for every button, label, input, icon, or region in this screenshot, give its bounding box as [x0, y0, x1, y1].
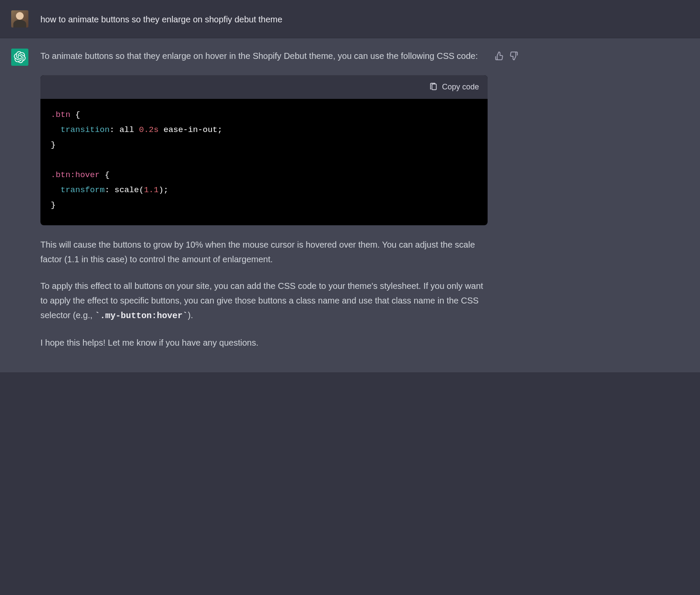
- clipboard-icon: [429, 83, 438, 91]
- openai-logo-icon: [14, 51, 26, 63]
- assistant-paragraph-3: I hope this helps! Let me know if you ha…: [40, 335, 488, 350]
- user-message-content: how to animate buttons so they enlarge o…: [40, 10, 488, 28]
- copy-code-label: Copy code: [442, 80, 479, 94]
- thumbs-up-icon[interactable]: [494, 51, 504, 61]
- svg-rect-0: [432, 84, 436, 90]
- copy-code-button[interactable]: Copy code: [429, 80, 479, 94]
- assistant-message-row: To animate buttons so that they enlarge …: [0, 38, 700, 372]
- thumbs-down-icon[interactable]: [509, 51, 519, 61]
- inline-code: `.my-button:hover`: [95, 311, 188, 321]
- assistant-message-content: To animate buttons so that they enlarge …: [40, 49, 488, 362]
- code-block-header: Copy code: [40, 75, 488, 99]
- user-message-text: how to animate buttons so they enlarge o…: [40, 10, 488, 27]
- code-content: .btn { transition: all 0.2s ease-in-out;…: [40, 99, 488, 225]
- code-block: Copy code .btn { transition: all 0.2s ea…: [40, 75, 488, 225]
- assistant-intro-paragraph: To animate buttons so that they enlarge …: [40, 49, 488, 63]
- user-message-row: how to animate buttons so they enlarge o…: [0, 0, 700, 38]
- user-avatar: [11, 10, 28, 28]
- assistant-avatar: [11, 49, 28, 66]
- assistant-paragraph-1: This will cause the buttons to grow by 1…: [40, 237, 488, 267]
- feedback-buttons: [494, 49, 519, 362]
- assistant-paragraph-2: To apply this effect to all buttons on y…: [40, 279, 488, 323]
